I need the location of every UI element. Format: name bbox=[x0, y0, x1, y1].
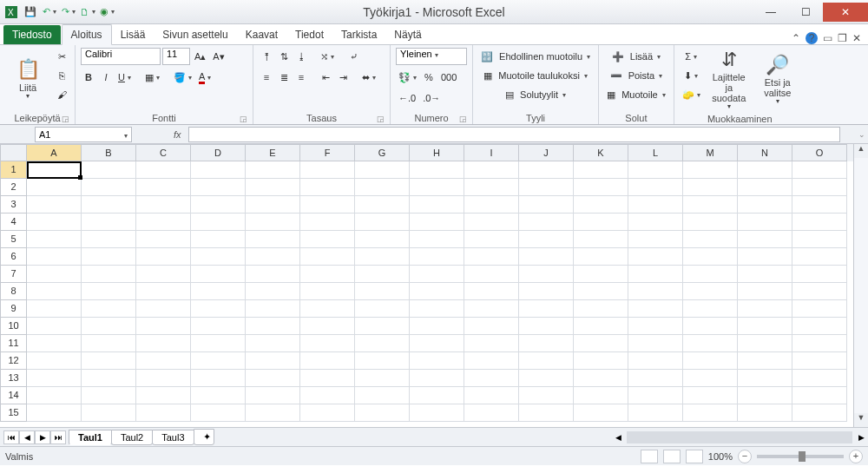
cell[interactable] bbox=[27, 231, 82, 248]
vertical-scrollbar[interactable]: ▲ ▼ bbox=[853, 144, 868, 427]
cell[interactable] bbox=[300, 352, 355, 370]
cell[interactable] bbox=[683, 387, 738, 404]
cell[interactable] bbox=[246, 318, 300, 335]
underline-button[interactable]: U bbox=[115, 69, 134, 86]
chevron-down-icon[interactable] bbox=[122, 129, 128, 140]
cell[interactable] bbox=[82, 370, 136, 387]
cell[interactable] bbox=[738, 300, 792, 318]
align-middle-icon[interactable]: ⇅ bbox=[276, 48, 292, 65]
view-layout-icon[interactable] bbox=[663, 450, 681, 463]
cell[interactable] bbox=[738, 196, 792, 214]
cell[interactable] bbox=[27, 214, 82, 231]
cell[interactable] bbox=[410, 283, 464, 300]
cell[interactable] bbox=[355, 266, 410, 283]
cell[interactable] bbox=[410, 248, 464, 266]
accounting-icon[interactable]: 💱 bbox=[396, 69, 419, 86]
cell[interactable] bbox=[27, 283, 82, 300]
scroll-down-icon[interactable]: ▼ bbox=[854, 413, 868, 427]
cell[interactable] bbox=[464, 231, 519, 248]
font-size-select[interactable]: 11 bbox=[162, 48, 190, 65]
minimize-button[interactable]: — bbox=[753, 3, 788, 22]
cell[interactable] bbox=[191, 283, 246, 300]
cell[interactable] bbox=[246, 300, 300, 318]
cell[interactable] bbox=[191, 214, 246, 231]
cell[interactable] bbox=[27, 300, 82, 318]
row-header[interactable]: 11 bbox=[0, 335, 27, 352]
close-button[interactable]: ✕ bbox=[823, 3, 868, 22]
cell[interactable] bbox=[246, 266, 300, 283]
cell[interactable] bbox=[519, 179, 574, 196]
cell[interactable] bbox=[136, 161, 191, 179]
cell[interactable] bbox=[628, 248, 683, 266]
quickprint-icon[interactable]: ◉ bbox=[99, 4, 115, 20]
cell[interactable] bbox=[574, 318, 628, 335]
cell[interactable] bbox=[82, 335, 136, 352]
cell[interactable] bbox=[683, 370, 738, 387]
increase-decimal-icon[interactable]: ←.0 bbox=[396, 89, 418, 107]
row-header[interactable]: 10 bbox=[0, 318, 27, 335]
scroll-right-icon[interactable]: ▶ bbox=[854, 433, 868, 442]
cell[interactable] bbox=[519, 335, 574, 352]
cell[interactable] bbox=[738, 266, 792, 283]
window-close-icon[interactable]: ✕ bbox=[852, 32, 861, 44]
cell[interactable] bbox=[792, 370, 847, 387]
paste-button[interactable]: 📋 Liitä ▾ bbox=[5, 48, 50, 112]
cell[interactable] bbox=[738, 370, 792, 387]
cell[interactable] bbox=[191, 266, 246, 283]
cell[interactable] bbox=[519, 283, 574, 300]
cell[interactable] bbox=[246, 179, 300, 196]
cell[interactable] bbox=[792, 318, 847, 335]
cell[interactable] bbox=[82, 300, 136, 318]
cell[interactable] bbox=[464, 335, 519, 352]
cell[interactable] bbox=[464, 370, 519, 387]
insert-cells-button[interactable]: ➕ Lisää bbox=[604, 48, 668, 65]
dialog-launcher-icon[interactable]: ◲ bbox=[240, 115, 247, 123]
cell[interactable] bbox=[519, 318, 574, 335]
copy-icon[interactable]: ⎘ bbox=[54, 67, 69, 84]
dialog-launcher-icon[interactable]: ◲ bbox=[459, 115, 467, 123]
cell[interactable] bbox=[410, 404, 464, 422]
cell[interactable] bbox=[300, 248, 355, 266]
cell[interactable] bbox=[355, 370, 410, 387]
tab-data[interactable]: Tiedot bbox=[286, 25, 332, 44]
cell[interactable] bbox=[628, 266, 683, 283]
cell[interactable] bbox=[628, 196, 683, 214]
delete-cells-button[interactable]: ➖ Poista bbox=[604, 67, 668, 84]
cell[interactable] bbox=[410, 161, 464, 179]
cell[interactable] bbox=[519, 387, 574, 404]
help-icon[interactable]: ? bbox=[806, 32, 818, 44]
cell[interactable] bbox=[300, 179, 355, 196]
row-header[interactable]: 5 bbox=[0, 231, 27, 248]
cell[interactable] bbox=[355, 214, 410, 231]
cell[interactable] bbox=[792, 266, 847, 283]
cell[interactable] bbox=[27, 318, 82, 335]
col-header[interactable]: J bbox=[519, 144, 574, 161]
cell[interactable] bbox=[519, 161, 574, 179]
sheet-tab-2[interactable]: Taul2 bbox=[111, 430, 153, 445]
cell[interactable] bbox=[519, 248, 574, 266]
row-header[interactable]: 7 bbox=[0, 266, 27, 283]
cell[interactable] bbox=[82, 161, 136, 179]
cell[interactable] bbox=[27, 387, 82, 404]
cell[interactable] bbox=[628, 214, 683, 231]
row-header[interactable]: 3 bbox=[0, 196, 27, 214]
clear-icon[interactable]: 🧽 bbox=[680, 86, 703, 103]
tab-formulas[interactable]: Kaavat bbox=[237, 25, 286, 44]
cell[interactable] bbox=[792, 300, 847, 318]
cell[interactable] bbox=[628, 231, 683, 248]
cell[interactable] bbox=[683, 283, 738, 300]
select-all-corner[interactable] bbox=[0, 144, 27, 161]
cell[interactable] bbox=[410, 214, 464, 231]
cell[interactable] bbox=[136, 318, 191, 335]
cell[interactable] bbox=[519, 404, 574, 422]
cell[interactable] bbox=[628, 161, 683, 179]
cell[interactable] bbox=[191, 161, 246, 179]
cell[interactable] bbox=[355, 196, 410, 214]
col-header[interactable]: B bbox=[82, 144, 136, 161]
italic-button[interactable]: I bbox=[98, 69, 114, 86]
cell[interactable] bbox=[410, 179, 464, 196]
cell[interactable] bbox=[519, 370, 574, 387]
cell[interactable] bbox=[355, 335, 410, 352]
font-color-icon[interactable]: A bbox=[196, 69, 214, 86]
cell[interactable] bbox=[410, 196, 464, 214]
